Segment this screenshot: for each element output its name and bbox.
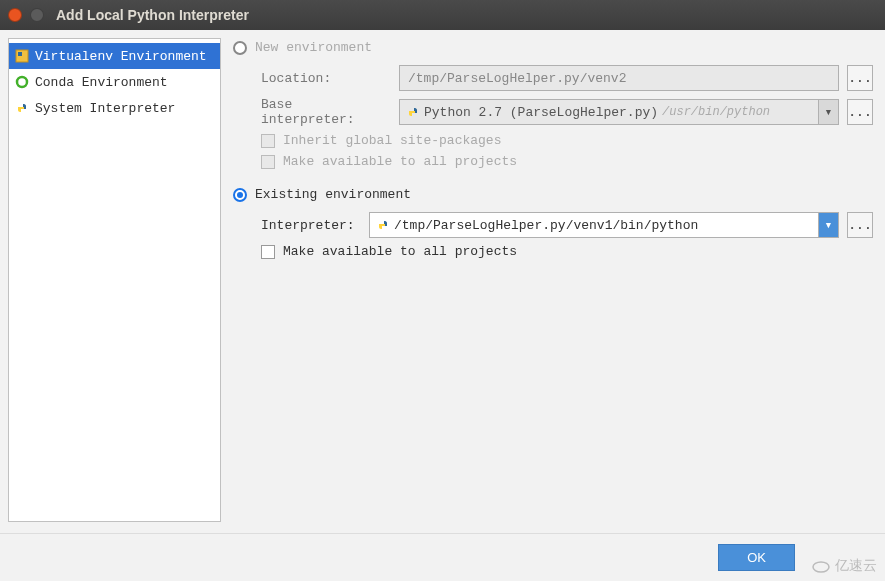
cloud-icon xyxy=(811,559,831,573)
sidebar-item-label: System Interpreter xyxy=(35,101,175,116)
conda-icon xyxy=(15,75,29,89)
location-browse-button[interactable]: ... xyxy=(847,65,873,91)
inherit-packages-label: Inherit global site-packages xyxy=(283,133,501,148)
dialog-footer: OK xyxy=(0,533,885,581)
location-row: Location: /tmp/ParseLogHelper.py/venv2 .… xyxy=(261,65,873,91)
window-controls xyxy=(8,8,44,22)
location-value: /tmp/ParseLogHelper.py/venv2 xyxy=(408,71,626,86)
python-icon xyxy=(406,105,420,119)
sidebar-item-conda[interactable]: Conda Environment xyxy=(9,69,220,95)
location-label: Location: xyxy=(261,71,391,86)
base-interpreter-combo[interactable]: Python 2.7 (ParseLogHelper.py) /usr/bin/… xyxy=(399,99,839,125)
existing-available-all-row[interactable]: Make available to all projects xyxy=(261,244,873,259)
python-icon xyxy=(15,101,29,115)
new-available-all-label: Make available to all projects xyxy=(283,154,517,169)
base-interpreter-row: Base interpreter: Python 2.7 (ParseLogHe… xyxy=(261,97,873,127)
new-environment-label: New environment xyxy=(255,40,372,55)
window-title: Add Local Python Interpreter xyxy=(56,7,249,23)
new-environment-radio-row[interactable]: New environment xyxy=(233,40,873,55)
main-panel: New environment Location: /tmp/ParseLogH… xyxy=(225,30,885,530)
sidebar-item-label: Virtualenv Environment xyxy=(35,49,207,64)
chevron-down-icon[interactable]: ▾ xyxy=(818,213,838,237)
existing-available-all-label: Make available to all projects xyxy=(283,244,517,259)
venv-icon xyxy=(15,49,29,63)
checkbox-icon xyxy=(261,245,275,259)
interpreter-type-list: Virtualenv Environment Conda Environment… xyxy=(8,38,221,522)
watermark: 亿速云 xyxy=(811,557,877,575)
new-available-all-row[interactable]: Make available to all projects xyxy=(261,154,873,169)
base-interpreter-value: Python 2.7 (ParseLogHelper.py) xyxy=(424,105,658,120)
location-input: /tmp/ParseLogHelper.py/venv2 xyxy=(399,65,839,91)
interpreter-value: /tmp/ParseLogHelper.py/venv1/bin/python xyxy=(394,218,698,233)
radio-icon xyxy=(233,41,247,55)
interpreter-browse-button[interactable]: ... xyxy=(847,212,873,238)
ok-button[interactable]: OK xyxy=(718,544,795,571)
titlebar: Add Local Python Interpreter xyxy=(0,0,885,30)
existing-environment-radio-row[interactable]: Existing environment xyxy=(233,187,873,202)
sidebar-item-system[interactable]: System Interpreter xyxy=(9,95,220,121)
minimize-icon[interactable] xyxy=(30,8,44,22)
interpreter-combo[interactable]: /tmp/ParseLogHelper.py/venv1/bin/python … xyxy=(369,212,839,238)
interpreter-row: Interpreter: /tmp/ParseLogHelper.py/venv… xyxy=(261,212,873,238)
sidebar-item-label: Conda Environment xyxy=(35,75,168,90)
checkbox-icon xyxy=(261,134,275,148)
inherit-packages-row[interactable]: Inherit global site-packages xyxy=(261,133,873,148)
radio-icon xyxy=(233,188,247,202)
python-icon xyxy=(376,218,390,232)
sidebar-item-virtualenv[interactable]: Virtualenv Environment xyxy=(9,43,220,69)
close-icon[interactable] xyxy=(8,8,22,22)
base-interpreter-hint: /usr/bin/python xyxy=(662,105,770,119)
base-interpreter-browse-button[interactable]: ... xyxy=(847,99,873,125)
interpreter-label: Interpreter: xyxy=(261,218,361,233)
watermark-text: 亿速云 xyxy=(835,557,877,575)
checkbox-icon xyxy=(261,155,275,169)
dialog-body: Virtualenv Environment Conda Environment… xyxy=(0,30,885,530)
chevron-down-icon[interactable]: ▾ xyxy=(818,100,838,124)
svg-point-3 xyxy=(813,562,829,572)
svg-rect-1 xyxy=(18,52,22,56)
existing-environment-label: Existing environment xyxy=(255,187,411,202)
svg-point-2 xyxy=(17,77,27,87)
base-interpreter-label: Base interpreter: xyxy=(261,97,391,127)
